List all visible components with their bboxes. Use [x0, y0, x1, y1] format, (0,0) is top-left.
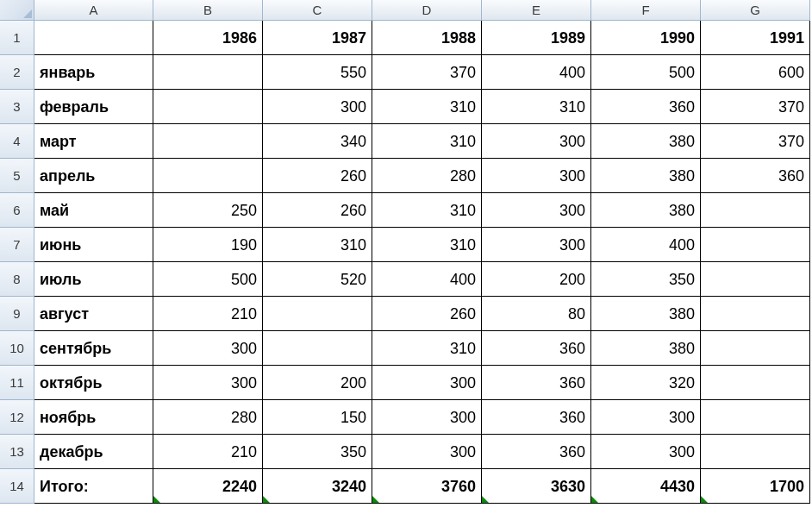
cell-F10[interactable]: 380	[591, 331, 701, 366]
cell-D5[interactable]: 280	[372, 159, 482, 193]
cell-E12[interactable]: 360	[482, 400, 591, 435]
cell-A3[interactable]: февраль	[34, 90, 153, 124]
row-header-2[interactable]: 2	[0, 55, 34, 90]
cell-G6[interactable]	[701, 193, 810, 228]
row-header-4[interactable]: 4	[0, 124, 34, 159]
cell-E9[interactable]: 80	[482, 297, 591, 331]
cell-F11[interactable]: 320	[591, 366, 701, 400]
cell-C6[interactable]: 260	[263, 193, 372, 228]
cell-C4[interactable]: 340	[263, 124, 372, 159]
cell-D2[interactable]: 370	[372, 55, 482, 90]
cell-G3[interactable]: 370	[701, 90, 810, 124]
cell-B8[interactable]: 500	[153, 262, 263, 297]
cell-E10[interactable]: 360	[482, 331, 591, 366]
cell-E1[interactable]: 1989	[482, 21, 591, 55]
cell-B10[interactable]: 300	[153, 331, 263, 366]
cell-G13[interactable]	[701, 435, 810, 469]
cell-E3[interactable]: 310	[482, 90, 591, 124]
row-header-9[interactable]: 9	[0, 297, 34, 331]
cell-G2[interactable]: 600	[701, 55, 810, 90]
row-header-6[interactable]: 6	[0, 193, 34, 228]
cell-C9[interactable]	[263, 297, 372, 331]
cell-D7[interactable]: 310	[372, 228, 482, 262]
cell-D13[interactable]: 300	[372, 435, 482, 469]
row-header-3[interactable]: 3	[0, 90, 34, 124]
cell-B5[interactable]	[153, 159, 263, 193]
row-header-14[interactable]: 14	[0, 469, 34, 504]
cell-G7[interactable]	[701, 228, 810, 262]
cell-A9[interactable]: август	[34, 297, 153, 331]
cell-C3[interactable]: 300	[263, 90, 372, 124]
select-all-corner[interactable]	[0, 0, 34, 21]
cell-A1[interactable]	[34, 21, 153, 55]
cell-B3[interactable]	[153, 90, 263, 124]
cell-G8[interactable]	[701, 262, 810, 297]
cell-C14[interactable]: 3240	[263, 469, 372, 504]
cell-D12[interactable]: 300	[372, 400, 482, 435]
cell-A5[interactable]: апрель	[34, 159, 153, 193]
cell-A7[interactable]: июнь	[34, 228, 153, 262]
cell-E4[interactable]: 300	[482, 124, 591, 159]
col-header-F[interactable]: F	[591, 0, 701, 21]
cell-E2[interactable]: 400	[482, 55, 591, 90]
cell-A13[interactable]: декабрь	[34, 435, 153, 469]
cell-F5[interactable]: 380	[591, 159, 701, 193]
cell-F6[interactable]: 380	[591, 193, 701, 228]
row-header-10[interactable]: 10	[0, 331, 34, 366]
cell-D6[interactable]: 310	[372, 193, 482, 228]
cell-D11[interactable]: 300	[372, 366, 482, 400]
row-header-5[interactable]: 5	[0, 159, 34, 193]
cell-C11[interactable]: 200	[263, 366, 372, 400]
cell-E13[interactable]: 360	[482, 435, 591, 469]
cell-C12[interactable]: 150	[263, 400, 372, 435]
cell-C2[interactable]: 550	[263, 55, 372, 90]
row-header-7[interactable]: 7	[0, 228, 34, 262]
col-header-E[interactable]: E	[482, 0, 591, 21]
row-header-13[interactable]: 13	[0, 435, 34, 469]
cell-D10[interactable]: 310	[372, 331, 482, 366]
cell-G4[interactable]: 370	[701, 124, 810, 159]
cell-B13[interactable]: 210	[153, 435, 263, 469]
cell-F13[interactable]: 300	[591, 435, 701, 469]
cell-A11[interactable]: октябрь	[34, 366, 153, 400]
cell-G9[interactable]	[701, 297, 810, 331]
cell-E11[interactable]: 360	[482, 366, 591, 400]
cell-A2[interactable]: январь	[34, 55, 153, 90]
row-header-11[interactable]: 11	[0, 366, 34, 400]
col-header-D[interactable]: D	[372, 0, 482, 21]
row-header-8[interactable]: 8	[0, 262, 34, 297]
col-header-G[interactable]: G	[701, 0, 810, 21]
cell-A6[interactable]: май	[34, 193, 153, 228]
cell-C1[interactable]: 1987	[263, 21, 372, 55]
cell-F2[interactable]: 500	[591, 55, 701, 90]
row-header-12[interactable]: 12	[0, 400, 34, 435]
cell-B14[interactable]: 2240	[153, 469, 263, 504]
cell-D9[interactable]: 260	[372, 297, 482, 331]
col-header-C[interactable]: C	[263, 0, 372, 21]
cell-G10[interactable]	[701, 331, 810, 366]
cell-D4[interactable]: 310	[372, 124, 482, 159]
cell-A14[interactable]: Итого:	[34, 469, 153, 504]
cell-F3[interactable]: 360	[591, 90, 701, 124]
cell-E6[interactable]: 300	[482, 193, 591, 228]
cell-E8[interactable]: 200	[482, 262, 591, 297]
cell-B6[interactable]: 250	[153, 193, 263, 228]
cell-B2[interactable]	[153, 55, 263, 90]
cell-F8[interactable]: 350	[591, 262, 701, 297]
cell-B1[interactable]: 1986	[153, 21, 263, 55]
cell-E14[interactable]: 3630	[482, 469, 591, 504]
cell-B12[interactable]: 280	[153, 400, 263, 435]
cell-G11[interactable]	[701, 366, 810, 400]
cell-C5[interactable]: 260	[263, 159, 372, 193]
cell-D1[interactable]: 1988	[372, 21, 482, 55]
cell-C8[interactable]: 520	[263, 262, 372, 297]
cell-E5[interactable]: 300	[482, 159, 591, 193]
cell-C7[interactable]: 310	[263, 228, 372, 262]
cell-F7[interactable]: 400	[591, 228, 701, 262]
cell-G1[interactable]: 1991	[701, 21, 810, 55]
row-header-1[interactable]: 1	[0, 21, 34, 55]
cell-G5[interactable]: 360	[701, 159, 810, 193]
cell-A4[interactable]: март	[34, 124, 153, 159]
cell-F14[interactable]: 4430	[591, 469, 701, 504]
cell-D8[interactable]: 400	[372, 262, 482, 297]
